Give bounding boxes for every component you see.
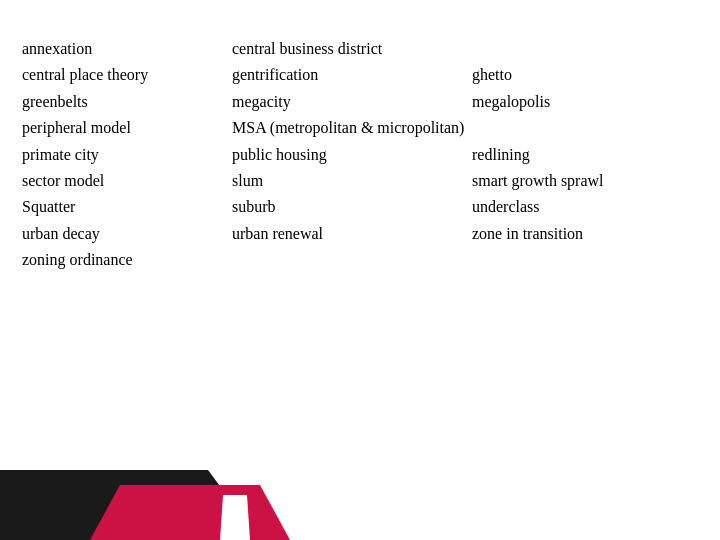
term-row: slumsmart growth sprawl xyxy=(232,168,698,194)
term-col1: megacity xyxy=(232,89,472,115)
term-row: central business district xyxy=(232,36,698,62)
term-row: gentrificationghetto xyxy=(232,62,698,88)
term-col1: MSA (metropolitan & micropolitan) xyxy=(232,115,472,141)
term-col1: central business district xyxy=(232,36,472,62)
main-container: annexationcentral place theorygreenbelts… xyxy=(0,0,720,284)
deco-white-stripe xyxy=(220,495,250,540)
term-col2: underclass xyxy=(472,194,540,220)
list-item: zoning ordinance xyxy=(22,247,222,273)
list-item: primate city xyxy=(22,142,222,168)
right-column: central business districtgentrificationg… xyxy=(232,36,698,274)
decorative-shapes xyxy=(0,460,720,540)
list-item: Squatter xyxy=(22,194,222,220)
term-col2: smart growth sprawl xyxy=(472,168,604,194)
list-item: sector model xyxy=(22,168,222,194)
term-col1: public housing xyxy=(232,142,472,168)
list-item: annexation xyxy=(22,36,222,62)
term-col2: redlining xyxy=(472,142,530,168)
term-row: urban renewalzone in transition xyxy=(232,221,698,247)
term-col1: suburb xyxy=(232,194,472,220)
deco-red-shape xyxy=(90,485,290,540)
term-col1: gentrification xyxy=(232,62,472,88)
list-item: greenbelts xyxy=(22,89,222,115)
term-row: megacitymegalopolis xyxy=(232,89,698,115)
term-col1: slum xyxy=(232,168,472,194)
list-item: central place theory xyxy=(22,62,222,88)
term-col2: zone in transition xyxy=(472,221,583,247)
term-row: suburbunderclass xyxy=(232,194,698,220)
left-column: annexationcentral place theorygreenbelts… xyxy=(22,36,232,274)
term-row: public housingredlining xyxy=(232,142,698,168)
term-col1: urban renewal xyxy=(232,221,472,247)
term-col2: ghetto xyxy=(472,62,512,88)
terms-section: annexationcentral place theorygreenbelts… xyxy=(22,36,698,274)
term-col2: megalopolis xyxy=(472,89,550,115)
list-item: peripheral model xyxy=(22,115,222,141)
term-row: MSA (metropolitan & micropolitan) xyxy=(232,115,698,141)
list-item: urban decay xyxy=(22,221,222,247)
